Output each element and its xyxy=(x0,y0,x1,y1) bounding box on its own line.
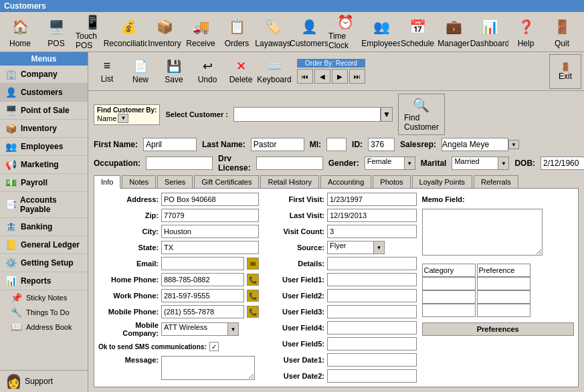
source-select[interactable]: Flyer xyxy=(327,241,374,254)
sms-checkbox[interactable]: ✓ xyxy=(209,342,219,351)
toolbar-receive-btn[interactable]: 🚚 Receive xyxy=(183,14,218,50)
last-name-input[interactable] xyxy=(251,138,304,151)
nav-last-btn[interactable]: ⏭ xyxy=(349,69,365,84)
keyboard-btn[interactable]: ⌨️ Keyboard xyxy=(258,54,290,89)
list-btn[interactable]: ≡ List xyxy=(91,54,123,89)
toolbar-layaways-btn[interactable]: 🏷️ Layaways xyxy=(256,14,290,50)
sidebar-item-general-ledger[interactable]: 📒 General Ledger xyxy=(0,236,88,254)
mobile-phone-value[interactable]: (281) 555-7878 xyxy=(161,305,244,318)
toolbar-reconciliation-btn[interactable]: 💰 Reconciliation xyxy=(111,14,146,50)
sidebar-item-things-to-do[interactable]: 🔧 Things To Do xyxy=(0,305,88,320)
tab-accounting[interactable]: Accounting xyxy=(320,175,371,188)
visit-count-value[interactable]: 3 xyxy=(327,225,417,238)
sidebar-item-reports[interactable]: 📊 Reports xyxy=(0,272,88,290)
sidebar-item-marketing[interactable]: 📢 Marketing xyxy=(0,156,88,174)
nav-next-btn[interactable]: ▶ xyxy=(332,69,348,84)
sidebar-item-company[interactable]: 🏢 Company xyxy=(0,66,88,84)
toolbar-manager-btn[interactable]: 💼 Manager xyxy=(436,14,471,50)
salesrep-select[interactable]: Angela Meye xyxy=(442,138,508,151)
user-field2-value[interactable] xyxy=(327,289,417,302)
dob-input[interactable] xyxy=(541,157,584,170)
toolbar-customers-btn[interactable]: 👤 Customers xyxy=(292,14,326,50)
tab-series[interactable]: Series xyxy=(157,175,193,188)
category-cell-3[interactable] xyxy=(422,304,476,317)
delete-btn[interactable]: ✕ Delete xyxy=(225,54,257,89)
marital-dropdown[interactable]: ▼ xyxy=(498,157,509,170)
drv-license-input[interactable] xyxy=(256,157,323,170)
category-cell-2[interactable] xyxy=(422,290,476,304)
exit-btn[interactable]: 🚪 Exit xyxy=(549,54,581,89)
toolbar-inventory-btn[interactable]: 📦 Inventory xyxy=(147,14,182,50)
toolbar-dashboard-btn[interactable]: 📊 Dashboard xyxy=(472,14,507,50)
toolbar-orders-btn[interactable]: 📋 Orders xyxy=(219,14,254,50)
select-customer-dropdown[interactable]: ▼ xyxy=(381,107,393,122)
sidebar-item-inventory[interactable]: 📦 Inventory xyxy=(0,120,88,138)
find-by-dropdown-arrow[interactable]: ▼ xyxy=(118,114,128,123)
sidebar-item-address-book[interactable]: 📖 Address Book xyxy=(0,320,88,334)
preference-cell-3[interactable] xyxy=(477,304,530,317)
sidebar-item-accounts-payable[interactable]: 📑 Accounts Payable xyxy=(0,192,88,218)
home-phone-value[interactable]: 888-785-0882 xyxy=(161,273,244,286)
state-value[interactable]: TX xyxy=(161,241,259,254)
occupation-input[interactable] xyxy=(146,157,213,170)
preference-cell-1[interactable] xyxy=(477,277,530,290)
message-textarea[interactable] xyxy=(161,356,255,380)
last-visit-value[interactable]: 12/19/2013 xyxy=(327,209,417,222)
undo-btn[interactable]: ↩ Undo xyxy=(191,54,223,89)
sidebar-item-employees[interactable]: 👥 Employees xyxy=(0,138,88,156)
first-name-input[interactable] xyxy=(143,138,197,151)
user-field1-value[interactable] xyxy=(327,273,417,286)
toolbar-quit-btn[interactable]: 🚪 Quit xyxy=(545,14,579,50)
details-value[interactable] xyxy=(327,257,417,270)
tab-photos[interactable]: Photos xyxy=(373,175,410,188)
gender-dropdown[interactable]: ▼ xyxy=(405,157,415,170)
sidebar-item-getting-setup[interactable]: ⚙️ Getting Setup xyxy=(0,254,88,272)
toolbar-pos-btn[interactable]: 🖥️ POS xyxy=(39,14,74,50)
tab-loyalty-points[interactable]: Loyalty Points xyxy=(412,175,472,188)
zip-value[interactable]: 77079 xyxy=(161,209,259,222)
toolbar-schedule-btn[interactable]: 📅 Schedule xyxy=(400,14,435,50)
tab-info[interactable]: Info xyxy=(94,175,120,189)
address-value[interactable]: PO Box 940668 xyxy=(161,193,259,206)
category-cell-1[interactable] xyxy=(422,277,476,290)
memo-field-textarea[interactable] xyxy=(422,209,543,256)
sidebar-item-customers[interactable]: 👤 Customers xyxy=(0,84,88,102)
sidebar-item-banking[interactable]: 🏦 Banking xyxy=(0,218,88,236)
save-btn[interactable]: 💾 Save xyxy=(158,54,190,89)
select-customer-input[interactable] xyxy=(233,107,381,122)
user-field5-value[interactable] xyxy=(327,337,417,351)
tab-gift-certificates[interactable]: Gift Certificates xyxy=(194,175,259,188)
sidebar-item-point-of-sale[interactable]: 🖥️ Point of Sale xyxy=(0,102,88,120)
mi-input[interactable] xyxy=(326,138,347,151)
source-dropdown[interactable]: ▼ xyxy=(374,241,385,254)
toolbar-home-btn[interactable]: 🏠 Home xyxy=(3,14,37,50)
work-phone-icon[interactable]: 📞 xyxy=(247,290,259,302)
first-visit-value[interactable]: 1/23/1997 xyxy=(327,193,417,206)
gender-select[interactable]: Female xyxy=(365,157,405,170)
toolbar-time-clock-btn[interactable]: ⏰ Time Clock xyxy=(328,14,363,50)
salesrep-dropdown[interactable]: ▼ xyxy=(508,140,519,149)
id-input[interactable] xyxy=(368,138,395,151)
tab-notes[interactable]: Notes xyxy=(122,175,156,188)
preference-cell-2[interactable] xyxy=(477,290,530,304)
user-field3-value[interactable] xyxy=(327,305,417,318)
toolbar-employees-btn[interactable]: 👥 Employees xyxy=(364,14,399,50)
email-value[interactable] xyxy=(161,257,244,270)
preferences-button[interactable]: Preferences xyxy=(422,322,575,336)
nav-prev-btn[interactable]: ◀ xyxy=(314,69,330,84)
sidebar-item-sticky-notes[interactable]: 📌 Sticky Notes xyxy=(0,290,88,305)
find-customer-button[interactable]: 🔍 FindCustomer xyxy=(398,94,445,135)
mobile-company-dropdown[interactable]: ▼ xyxy=(228,322,239,336)
sidebar-item-payroll[interactable]: 💵 Payroll xyxy=(0,174,88,192)
mobile-phone-icon[interactable]: 📞 xyxy=(247,306,259,318)
new-btn[interactable]: 📄 New xyxy=(124,54,157,89)
toolbar-help-btn[interactable]: ❓ Help xyxy=(508,14,543,50)
user-date1-value[interactable] xyxy=(327,353,417,367)
email-icon[interactable]: ✉ xyxy=(247,258,259,270)
user-date2-value[interactable] xyxy=(327,369,417,383)
work-phone-value[interactable]: 281-597-9555 xyxy=(161,289,244,302)
marital-select[interactable]: Married xyxy=(452,157,498,170)
home-phone-icon[interactable]: 📞 xyxy=(247,274,259,286)
user-field4-value[interactable] xyxy=(327,321,417,334)
tab-retail-history[interactable]: Retail History xyxy=(260,175,318,188)
